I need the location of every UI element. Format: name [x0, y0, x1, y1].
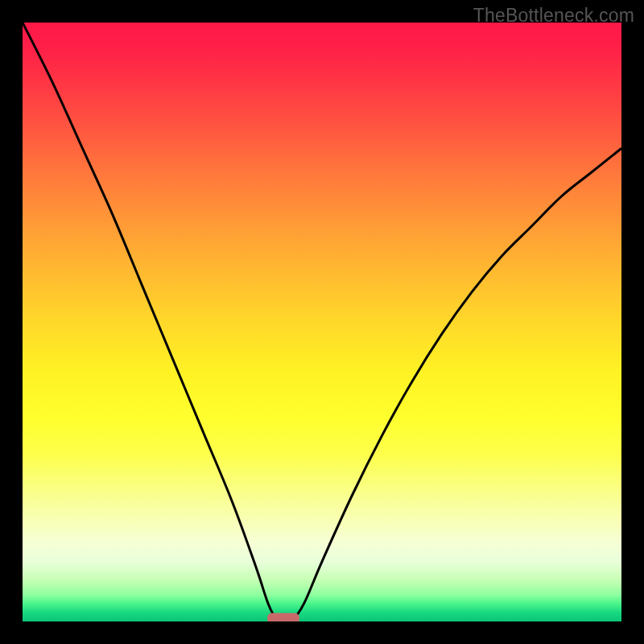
- minimum-marker: [267, 613, 299, 621]
- left-branch-curve: [23, 23, 277, 621]
- watermark-label: TheBottleneck.com: [473, 5, 634, 27]
- curve-layer: [23, 23, 621, 621]
- right-branch-curve: [292, 148, 621, 621]
- plot-area: [23, 23, 621, 621]
- chart-container: TheBottleneck.com: [0, 0, 644, 644]
